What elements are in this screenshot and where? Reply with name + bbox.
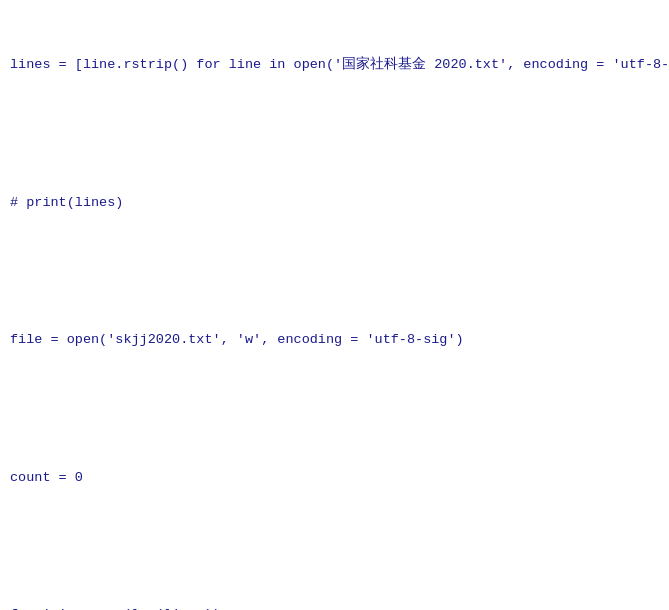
blank-line xyxy=(10,536,659,559)
code-line-5: for i in range(len(lines)): xyxy=(10,604,659,610)
code-line-4: count = 0 xyxy=(10,467,659,490)
code-line-3: file = open('skjj2020.txt', 'w', encodin… xyxy=(10,329,659,352)
code-line-1: lines = [line.rstrip() for line in open(… xyxy=(10,54,659,77)
code-line-2: # print(lines) xyxy=(10,192,659,215)
blank-line xyxy=(10,398,659,421)
blank-line xyxy=(10,123,659,146)
code-editor: lines = [line.rstrip() for line in open(… xyxy=(10,8,659,610)
blank-line xyxy=(10,260,659,283)
